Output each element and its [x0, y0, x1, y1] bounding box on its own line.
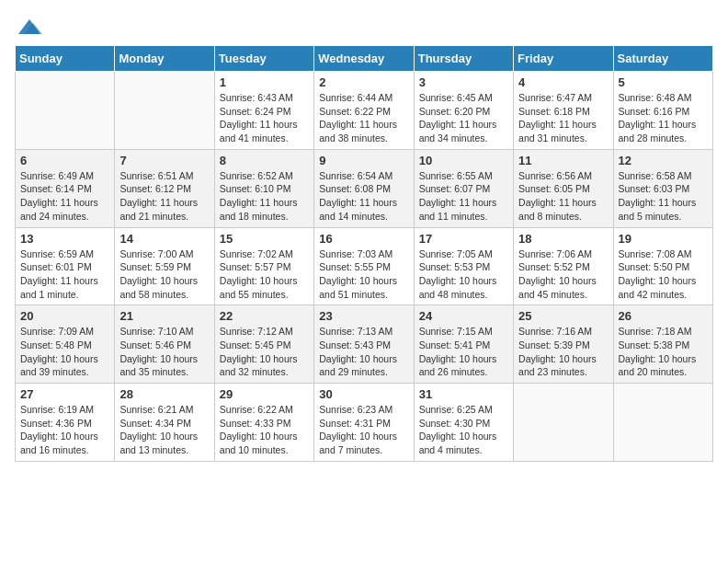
day-detail: Sunrise: 6:49 AM Sunset: 6:14 PM Dayligh… — [20, 169, 109, 224]
calendar-week-row: 13Sunrise: 6:59 AM Sunset: 6:01 PM Dayli… — [16, 227, 713, 305]
day-detail: Sunrise: 7:12 AM Sunset: 5:45 PM Dayligh… — [220, 325, 309, 379]
day-detail: Sunrise: 7:06 AM Sunset: 5:52 PM Dayligh… — [518, 247, 608, 302]
page-header — [15, 15, 713, 34]
day-detail: Sunrise: 7:13 AM Sunset: 5:43 PM Dayligh… — [319, 325, 408, 379]
calendar-cell: 18Sunrise: 7:06 AM Sunset: 5:52 PM Dayli… — [514, 227, 613, 305]
day-detail: Sunrise: 7:09 AM Sunset: 5:48 PM Dayligh… — [20, 325, 109, 379]
calendar-cell: 11Sunrise: 6:56 AM Sunset: 6:05 PM Dayli… — [514, 149, 613, 227]
col-header-wednesday: Wednesday — [314, 46, 414, 72]
day-number: 29 — [220, 387, 309, 401]
calendar-cell — [514, 384, 613, 462]
day-number: 1 — [220, 75, 309, 89]
day-number: 2 — [319, 75, 408, 89]
day-detail: Sunrise: 6:47 AM Sunset: 6:18 PM Dayligh… — [518, 91, 608, 145]
calendar-cell: 31Sunrise: 6:25 AM Sunset: 4:30 PM Dayli… — [414, 384, 513, 462]
day-detail: Sunrise: 6:25 AM Sunset: 4:30 PM Dayligh… — [419, 403, 508, 457]
day-number: 14 — [119, 232, 209, 246]
day-number: 8 — [220, 154, 309, 167]
day-number: 24 — [419, 309, 508, 323]
calendar-cell: 22Sunrise: 7:12 AM Sunset: 5:45 PM Dayli… — [214, 305, 313, 384]
calendar-cell: 8Sunrise: 6:52 AM Sunset: 6:10 PM Daylig… — [214, 149, 313, 227]
col-header-tuesday: Tuesday — [214, 46, 313, 72]
calendar-cell: 24Sunrise: 7:15 AM Sunset: 5:41 PM Dayli… — [414, 305, 513, 384]
day-detail: Sunrise: 6:48 AM Sunset: 6:16 PM Dayligh… — [619, 91, 708, 145]
calendar-cell: 7Sunrise: 6:51 AM Sunset: 6:12 PM Daylig… — [115, 149, 214, 227]
day-number: 17 — [419, 232, 508, 246]
day-detail: Sunrise: 6:52 AM Sunset: 6:10 PM Dayligh… — [220, 169, 309, 224]
col-header-sunday: Sunday — [16, 46, 115, 72]
day-detail: Sunrise: 7:02 AM Sunset: 5:57 PM Dayligh… — [220, 247, 309, 302]
day-detail: Sunrise: 6:56 AM Sunset: 6:05 PM Dayligh… — [518, 169, 608, 224]
calendar-cell: 20Sunrise: 7:09 AM Sunset: 5:48 PM Dayli… — [16, 305, 115, 384]
day-number: 30 — [319, 387, 408, 401]
calendar-cell: 14Sunrise: 7:00 AM Sunset: 5:59 PM Dayli… — [115, 227, 214, 305]
calendar-cell: 26Sunrise: 7:18 AM Sunset: 5:38 PM Dayli… — [613, 305, 712, 384]
day-number: 13 — [20, 232, 109, 246]
day-number: 9 — [319, 154, 408, 167]
col-header-monday: Monday — [115, 46, 214, 72]
day-detail: Sunrise: 7:18 AM Sunset: 5:38 PM Dayligh… — [619, 325, 708, 379]
calendar-cell: 30Sunrise: 6:23 AM Sunset: 4:31 PM Dayli… — [314, 384, 414, 462]
day-number: 19 — [619, 232, 708, 246]
day-number: 22 — [220, 309, 309, 323]
day-detail: Sunrise: 6:58 AM Sunset: 6:03 PM Dayligh… — [619, 169, 708, 224]
calendar-cell: 4Sunrise: 6:47 AM Sunset: 6:18 PM Daylig… — [514, 72, 613, 150]
day-detail: Sunrise: 6:45 AM Sunset: 6:20 PM Dayligh… — [419, 91, 508, 145]
day-detail: Sunrise: 7:10 AM Sunset: 5:46 PM Dayligh… — [119, 325, 209, 379]
calendar-week-row: 20Sunrise: 7:09 AM Sunset: 5:48 PM Dayli… — [16, 305, 713, 384]
day-detail: Sunrise: 7:16 AM Sunset: 5:39 PM Dayligh… — [518, 325, 608, 379]
day-detail: Sunrise: 7:08 AM Sunset: 5:50 PM Dayligh… — [619, 247, 708, 302]
day-number: 31 — [419, 387, 508, 401]
day-number: 7 — [119, 154, 209, 167]
calendar-cell — [115, 72, 214, 150]
col-header-thursday: Thursday — [414, 46, 513, 72]
calendar-cell — [613, 384, 712, 462]
day-number: 5 — [619, 75, 708, 89]
day-number: 15 — [220, 232, 309, 246]
col-header-saturday: Saturday — [613, 46, 712, 72]
calendar-header-row: SundayMondayTuesdayWednesdayThursdayFrid… — [16, 46, 713, 72]
calendar-cell: 5Sunrise: 6:48 AM Sunset: 6:16 PM Daylig… — [613, 72, 712, 150]
calendar-cell: 3Sunrise: 6:45 AM Sunset: 6:20 PM Daylig… — [414, 72, 513, 150]
day-number: 18 — [518, 232, 608, 246]
day-number: 20 — [20, 309, 109, 323]
calendar-cell: 23Sunrise: 7:13 AM Sunset: 5:43 PM Dayli… — [314, 305, 414, 384]
day-detail: Sunrise: 6:21 AM Sunset: 4:34 PM Dayligh… — [119, 403, 209, 457]
calendar-cell: 17Sunrise: 7:05 AM Sunset: 5:53 PM Dayli… — [414, 227, 513, 305]
day-number: 23 — [319, 309, 408, 323]
calendar-cell: 15Sunrise: 7:02 AM Sunset: 5:57 PM Dayli… — [214, 227, 313, 305]
calendar-cell: 9Sunrise: 6:54 AM Sunset: 6:08 PM Daylig… — [314, 149, 414, 227]
day-number: 12 — [619, 154, 708, 167]
day-number: 27 — [20, 387, 109, 401]
day-detail: Sunrise: 7:15 AM Sunset: 5:41 PM Dayligh… — [419, 325, 508, 379]
day-number: 11 — [518, 154, 608, 167]
calendar-cell: 6Sunrise: 6:49 AM Sunset: 6:14 PM Daylig… — [16, 149, 115, 227]
calendar-week-row: 1Sunrise: 6:43 AM Sunset: 6:24 PM Daylig… — [16, 72, 713, 150]
logo-icon — [15, 16, 40, 34]
day-number: 10 — [419, 154, 508, 167]
day-number: 25 — [518, 309, 608, 323]
calendar-cell: 27Sunrise: 6:19 AM Sunset: 4:36 PM Dayli… — [16, 384, 115, 462]
calendar-week-row: 27Sunrise: 6:19 AM Sunset: 4:36 PM Dayli… — [16, 384, 713, 462]
calendar-cell: 12Sunrise: 6:58 AM Sunset: 6:03 PM Dayli… — [613, 149, 712, 227]
calendar-week-row: 6Sunrise: 6:49 AM Sunset: 6:14 PM Daylig… — [16, 149, 713, 227]
day-number: 26 — [619, 309, 708, 323]
day-detail: Sunrise: 7:00 AM Sunset: 5:59 PM Dayligh… — [119, 247, 209, 302]
day-number: 21 — [119, 309, 209, 323]
calendar-cell: 29Sunrise: 6:22 AM Sunset: 4:33 PM Dayli… — [214, 384, 313, 462]
calendar-cell: 16Sunrise: 7:03 AM Sunset: 5:55 PM Dayli… — [314, 227, 414, 305]
calendar-cell: 28Sunrise: 6:21 AM Sunset: 4:34 PM Dayli… — [115, 384, 214, 462]
day-number: 3 — [419, 75, 508, 89]
day-detail: Sunrise: 6:19 AM Sunset: 4:36 PM Dayligh… — [20, 403, 109, 457]
day-detail: Sunrise: 6:51 AM Sunset: 6:12 PM Dayligh… — [119, 169, 209, 224]
day-detail: Sunrise: 6:22 AM Sunset: 4:33 PM Dayligh… — [220, 403, 309, 457]
calendar-cell: 21Sunrise: 7:10 AM Sunset: 5:46 PM Dayli… — [115, 305, 214, 384]
day-detail: Sunrise: 6:23 AM Sunset: 4:31 PM Dayligh… — [319, 403, 408, 457]
col-header-friday: Friday — [514, 46, 613, 72]
day-number: 4 — [518, 75, 608, 89]
day-number: 28 — [119, 387, 209, 401]
calendar-cell: 1Sunrise: 6:43 AM Sunset: 6:24 PM Daylig… — [214, 72, 313, 150]
calendar-cell: 19Sunrise: 7:08 AM Sunset: 5:50 PM Dayli… — [613, 227, 712, 305]
day-number: 6 — [20, 154, 109, 167]
day-detail: Sunrise: 6:44 AM Sunset: 6:22 PM Dayligh… — [319, 91, 408, 145]
